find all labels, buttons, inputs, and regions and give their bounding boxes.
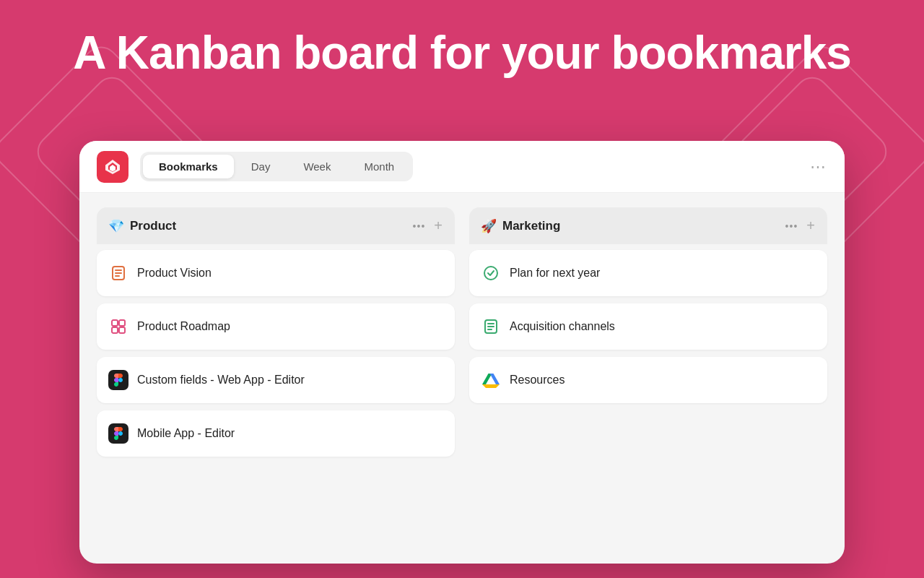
tab-bookmarks[interactable]: Bookmarks [143, 155, 234, 178]
app-window: Bookmarks Day Week Month ⋯ 💎 Product •••… [79, 141, 845, 564]
marketing-column-actions: ••• + [785, 217, 816, 234]
marketing-add-button[interactable]: + [806, 217, 816, 234]
tab-day[interactable]: Day [235, 155, 287, 178]
kanban-board: 💎 Product ••• + [79, 193, 845, 564]
product-cards-list: Product Vision Product Roadmap [97, 250, 455, 457]
doc2-icon [481, 316, 501, 337]
svg-rect-7 [119, 327, 125, 333]
check-circle-icon [481, 263, 501, 283]
figma-icon-2 [108, 423, 128, 444]
product-title-text: Product [130, 219, 176, 233]
top-nav: Bookmarks Day Week Month ⋯ [79, 141, 845, 193]
card-plan-next-year[interactable]: Plan for next year [469, 250, 827, 296]
card-acquisition-channels[interactable]: Acquisition channels [469, 303, 827, 350]
card-acquisition-label: Acquisition channels [510, 320, 615, 333]
svg-rect-5 [119, 320, 125, 326]
figma-icon-1 [108, 370, 128, 390]
product-emoji: 💎 [108, 218, 124, 234]
column-product: 💎 Product ••• + [97, 207, 455, 549]
column-marketing-title: 🚀 Marketing [481, 218, 780, 234]
card-resources-label: Resources [510, 374, 565, 387]
svg-point-8 [484, 267, 497, 280]
card-mobile-app-label: Mobile App - Editor [137, 427, 235, 440]
marketing-cards-list: Plan for next year Acquisition channels [469, 250, 827, 403]
column-product-title: 💎 Product [108, 218, 407, 234]
marketing-title-text: Marketing [502, 219, 560, 233]
marketing-more-button[interactable]: ••• [785, 220, 798, 232]
app-logo [97, 151, 128, 183]
gdrive-icon [481, 370, 501, 390]
card-product-vision[interactable]: Product Vision [97, 250, 455, 296]
grid-icon [108, 316, 128, 337]
card-custom-fields-label: Custom fields - Web App - Editor [137, 374, 305, 387]
column-product-header: 💎 Product ••• + [97, 207, 455, 244]
nav-more-button[interactable]: ⋯ [810, 158, 827, 176]
nav-tabs: Bookmarks Day Week Month [140, 152, 413, 181]
tab-month[interactable]: Month [348, 155, 410, 178]
card-plan-label: Plan for next year [510, 267, 600, 280]
doc-icon [108, 263, 128, 283]
card-product-roadmap[interactable]: Product Roadmap [97, 303, 455, 350]
product-more-button[interactable]: ••• [413, 220, 426, 232]
card-product-vision-label: Product Vision [137, 267, 212, 280]
column-marketing: 🚀 Marketing ••• + Pla [469, 207, 827, 549]
marketing-emoji: 🚀 [481, 218, 497, 234]
tab-week[interactable]: Week [287, 155, 346, 178]
card-resources[interactable]: Resources [469, 357, 827, 403]
card-product-roadmap-label: Product Roadmap [137, 320, 230, 333]
hero-title: A Kanban board for your bookmarks [0, 27, 924, 78]
column-marketing-header: 🚀 Marketing ••• + [469, 207, 827, 244]
card-mobile-app[interactable]: Mobile App - Editor [97, 410, 455, 457]
svg-rect-4 [112, 320, 118, 326]
product-column-actions: ••• + [413, 217, 443, 234]
svg-rect-6 [112, 327, 118, 333]
card-custom-fields[interactable]: Custom fields - Web App - Editor [97, 357, 455, 403]
product-add-button[interactable]: + [434, 217, 443, 234]
